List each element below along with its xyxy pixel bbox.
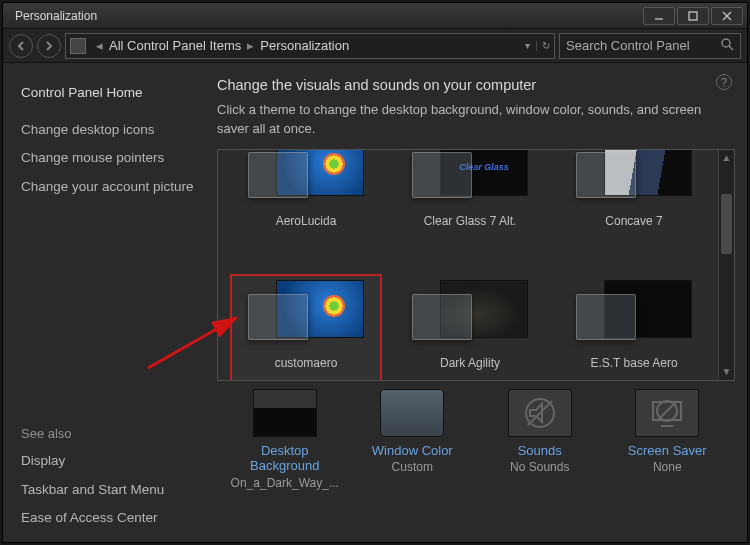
forward-button[interactable]: [37, 34, 61, 58]
theme-label: E.S.T base Aero: [590, 356, 677, 370]
main-pane: Control Panel Home Change desktop icons …: [3, 63, 747, 542]
page-heading: Change the visuals and sounds on your co…: [217, 77, 735, 93]
action-label: Screen Saver: [628, 443, 707, 459]
back-button[interactable]: [9, 34, 33, 58]
sidebar: Control Panel Home Change desktop icons …: [3, 63, 213, 542]
sidebar-seealso-ease[interactable]: Ease of Access Center: [21, 509, 199, 527]
minimize-button[interactable]: [643, 7, 675, 25]
theme-label: Clear Glass 7 Alt.: [424, 214, 517, 228]
search-placeholder: Search Control Panel: [566, 38, 690, 53]
action-label: Desktop Background: [226, 443, 344, 474]
action-value: No Sounds: [510, 460, 569, 474]
sounds-option[interactable]: Sounds No Sounds: [481, 389, 599, 490]
scroll-up-icon[interactable]: ▲: [719, 150, 734, 166]
screen-saver-option[interactable]: Screen Saver None: [608, 389, 726, 490]
window-color-icon: [380, 389, 444, 437]
refresh-button[interactable]: ↻: [536, 41, 550, 51]
sounds-icon: [508, 389, 572, 437]
window: Personalization ◂ All Control Panel Item…: [2, 2, 748, 543]
svg-rect-1: [689, 12, 697, 20]
theme-window-preview: [248, 294, 308, 340]
search-input[interactable]: Search Control Panel: [559, 33, 741, 59]
breadcrumb[interactable]: ◂ All Control Panel Items ▸ Personalizat…: [65, 33, 555, 59]
close-button[interactable]: [711, 7, 743, 25]
action-value: Custom: [392, 460, 433, 474]
control-panel-home-link[interactable]: Control Panel Home: [21, 84, 199, 102]
titlebar: Personalization: [3, 3, 747, 29]
window-color-option[interactable]: Window Color Custom: [353, 389, 471, 490]
action-label: Sounds: [518, 443, 562, 459]
theme-window-preview: [248, 152, 308, 198]
theme-label: Concave 7: [605, 214, 662, 228]
help-icon[interactable]: ?: [716, 74, 732, 90]
screen-saver-icon: [635, 389, 699, 437]
theme-label: customaero: [275, 356, 338, 370]
theme-item[interactable]: Clear GlassClear Glass 7 Alt.: [394, 156, 546, 272]
breadcrumb-seg-1[interactable]: All Control Panel Items: [109, 38, 241, 53]
chevron-right-icon: ◂: [90, 38, 109, 53]
chevron-right-icon: ▸: [241, 38, 260, 53]
action-value: None: [653, 460, 682, 474]
maximize-button[interactable]: [677, 7, 709, 25]
theme-item[interactable]: Dark Agility: [394, 274, 546, 381]
theme-window-preview: [576, 294, 636, 340]
sidebar-link-account-picture[interactable]: Change your account picture: [21, 178, 199, 196]
theme-window-preview: [412, 294, 472, 340]
theme-window-preview: [412, 152, 472, 198]
sidebar-seealso-display[interactable]: Display: [21, 452, 199, 470]
theme-item[interactable]: Concave 7: [558, 156, 710, 272]
navbar: ◂ All Control Panel Items ▸ Personalizat…: [3, 29, 747, 63]
window-title: Personalization: [7, 9, 641, 23]
scroll-thumb[interactable]: [721, 194, 732, 254]
search-icon: [720, 37, 734, 54]
theme-window-preview: [576, 152, 636, 198]
breadcrumb-seg-2[interactable]: Personalization: [260, 38, 349, 53]
action-value: On_a_Dark_Way_...: [231, 476, 339, 490]
settings-row: Desktop Background On_a_Dark_Way_... Win…: [217, 381, 735, 492]
see-also-heading: See also: [21, 426, 199, 441]
scroll-down-icon[interactable]: ▼: [719, 364, 734, 380]
action-label: Window Color: [372, 443, 453, 459]
theme-list: AeroLucidaClear GlassClear Glass 7 Alt.C…: [217, 149, 735, 381]
scrollbar[interactable]: ▲ ▼: [718, 150, 734, 380]
sidebar-link-mouse-pointers[interactable]: Change mouse pointers: [21, 149, 199, 167]
theme-item[interactable]: customaero: [230, 274, 382, 381]
svg-point-4: [722, 39, 730, 47]
theme-label: Dark Agility: [440, 356, 500, 370]
history-dropdown[interactable]: ▾: [520, 41, 534, 51]
theme-label: AeroLucida: [276, 214, 337, 228]
location-icon: [70, 38, 86, 54]
page-subtext: Click a theme to change the desktop back…: [217, 101, 735, 139]
content: Change the visuals and sounds on your co…: [213, 63, 747, 542]
desktop-background-icon: [253, 389, 317, 437]
theme-item[interactable]: AeroLucida: [230, 156, 382, 272]
desktop-background-option[interactable]: Desktop Background On_a_Dark_Way_...: [226, 389, 344, 490]
theme-item[interactable]: E.S.T base Aero: [558, 274, 710, 381]
sidebar-link-desktop-icons[interactable]: Change desktop icons: [21, 121, 199, 139]
sidebar-seealso-taskbar[interactable]: Taskbar and Start Menu: [21, 481, 199, 499]
svg-line-5: [729, 46, 733, 50]
